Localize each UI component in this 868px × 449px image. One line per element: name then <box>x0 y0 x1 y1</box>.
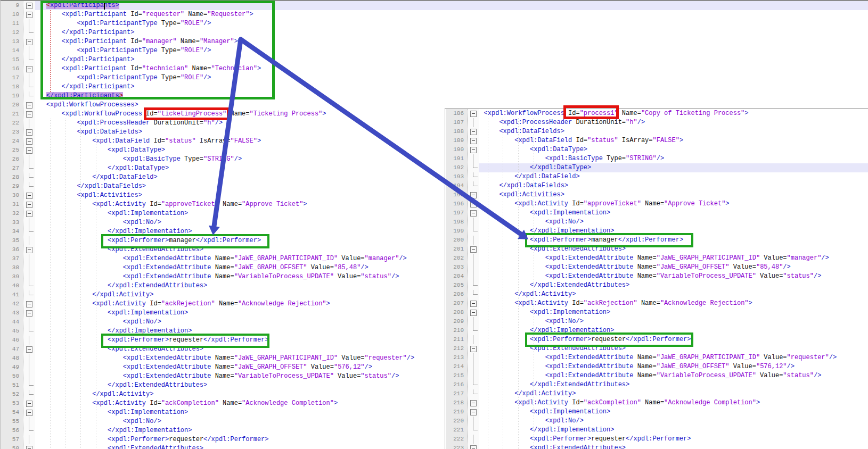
line-number[interactable]: 11 <box>0 19 19 28</box>
line-number[interactable]: 220 <box>446 417 464 426</box>
code-line[interactable]: </xpdl:ExtendedAttributes> <box>453 281 629 290</box>
line-number[interactable]: 28 <box>0 173 19 182</box>
line-number[interactable]: 54 <box>0 408 19 417</box>
code-line[interactable]: <xpdl:WorkflowProcesses> <box>31 101 138 110</box>
line-number[interactable]: 204 <box>446 272 464 281</box>
line-number[interactable]: 214 <box>446 362 464 371</box>
line-number[interactable]: 30 <box>0 191 19 200</box>
line-number[interactable]: 210 <box>446 326 464 335</box>
code-line[interactable]: <xpdl:Activity Id="ackCompletion" Name="… <box>31 399 338 408</box>
line-number[interactable]: 198 <box>446 218 464 227</box>
code-line[interactable]: </xpdl:DataField> <box>31 173 158 182</box>
line-number[interactable]: 55 <box>0 417 19 426</box>
line-number[interactable]: 212 <box>446 344 464 353</box>
line-number[interactable]: 24 <box>0 137 19 146</box>
line-number[interactable]: 219 <box>446 408 464 417</box>
line-number[interactable]: 215 <box>446 371 464 380</box>
code-line[interactable]: <xpdl:ExtendedAttribute Name="VariableTo… <box>31 372 399 381</box>
line-number[interactable]: 31 <box>0 200 19 209</box>
line-number[interactable]: 34 <box>0 227 19 236</box>
code-line[interactable]: <xpdl:Activity Id="approveTicket" Name="… <box>31 200 307 209</box>
line-number[interactable]: 42 <box>0 300 19 309</box>
line-number[interactable]: 15 <box>0 55 19 64</box>
line-number[interactable]: 190 <box>446 145 464 154</box>
line-number[interactable]: 47 <box>0 345 19 354</box>
code-line[interactable]: <xpdl:Activity Id="approveTicket" Name="… <box>453 199 730 209</box>
line-number[interactable]: 57 <box>0 435 19 444</box>
code-line[interactable]: <xpdl:ExtendedAttribute Name="JaWE_GRAPH… <box>453 362 795 371</box>
line-number[interactable]: 223 <box>446 444 464 449</box>
line-number[interactable]: 201 <box>446 245 464 254</box>
line-number[interactable]: 20 <box>0 101 19 110</box>
line-number[interactable]: 216 <box>446 380 464 389</box>
line-number[interactable]: 188 <box>446 127 464 136</box>
line-number[interactable]: 19 <box>0 92 19 101</box>
line-number[interactable]: 37 <box>0 254 19 263</box>
code-line[interactable]: </xpdl:Activity> <box>31 290 153 300</box>
line-number[interactable]: 23 <box>0 128 19 137</box>
line-number[interactable]: 45 <box>0 327 19 336</box>
code-line[interactable]: <xpdl:ExtendedAttribute Name="VariableTo… <box>31 272 399 281</box>
code-line[interactable]: <xpdl:ExtendedAttribute Name="JaWE_GRAPH… <box>31 263 369 272</box>
line-number[interactable]: 22 <box>0 119 19 128</box>
line-number[interactable]: 40 <box>0 281 19 290</box>
line-number[interactable]: 44 <box>0 318 19 327</box>
code-line[interactable]: <xpdl:ExtendedAttribute Name="JaWE_GRAPH… <box>31 254 407 263</box>
line-number[interactable]: 18 <box>0 82 19 92</box>
line-number[interactable]: 209 <box>446 317 464 326</box>
code-line[interactable]: <xpdl:Implementation> <box>31 408 188 417</box>
code-line[interactable]: <xpdl:DataFields> <box>31 128 142 137</box>
line-number[interactable]: 52 <box>0 390 19 399</box>
code-line[interactable]: <xpdl:DataField Id="status" IsArray="FAL… <box>31 137 261 146</box>
line-number[interactable]: 27 <box>0 164 19 173</box>
code-line[interactable]: <xpdl:ExtendedAttribute Name="JaWE_GRAPH… <box>31 354 414 363</box>
code-line[interactable]: <xpdl:ExtendedAttribute Name="VariableTo… <box>453 371 821 380</box>
line-number[interactable]: 195 <box>446 190 464 199</box>
line-number[interactable]: 25 <box>0 146 19 155</box>
line-number[interactable]: 200 <box>446 236 464 245</box>
line-number[interactable]: 207 <box>446 299 464 308</box>
line-number[interactable]: 36 <box>0 245 19 254</box>
line-number[interactable]: 21 <box>0 110 19 119</box>
line-number[interactable]: 202 <box>446 254 464 263</box>
line-number[interactable]: 194 <box>446 181 464 190</box>
code-line[interactable]: <xpdl:DataType> <box>31 146 165 155</box>
line-number[interactable]: 58 <box>0 444 19 449</box>
line-number[interactable]: 221 <box>446 426 464 435</box>
code-line[interactable]: <xpdl:No/> <box>31 318 161 327</box>
line-number[interactable]: 206 <box>446 290 464 299</box>
line-number[interactable]: 218 <box>446 398 464 408</box>
line-number[interactable]: 35 <box>0 236 19 245</box>
line-number[interactable]: 199 <box>446 227 464 236</box>
code-line[interactable]: <xpdl:Activity Id="ackRejection" Name="A… <box>453 299 752 308</box>
code-line[interactable]: <xpdl:Activity Id="ackRejection" Name="A… <box>31 300 330 309</box>
line-number[interactable]: 193 <box>446 172 464 181</box>
line-number[interactable]: 203 <box>446 263 464 272</box>
line-number[interactable]: 197 <box>446 209 464 218</box>
line-number[interactable]: 43 <box>0 309 19 318</box>
line-number[interactable]: 16 <box>0 64 19 73</box>
line-number[interactable]: 10 <box>0 10 19 19</box>
code-line[interactable]: </xpdl:DataType> <box>31 164 169 173</box>
code-line[interactable]: <xpdl:ExtendedAttribute Name="JaWE_GRAPH… <box>453 353 837 362</box>
line-number[interactable]: 48 <box>0 354 19 363</box>
line-number[interactable]: 189 <box>446 136 464 145</box>
line-number[interactable]: 33 <box>0 218 19 227</box>
code-line[interactable]: </xpdl:Implementation> <box>31 426 192 435</box>
line-number[interactable]: 39 <box>0 272 19 281</box>
line-number[interactable]: 17 <box>0 73 19 82</box>
line-number[interactable]: 32 <box>0 209 19 218</box>
code-line[interactable]: </xpdl:ExtendedAttributes> <box>31 281 207 290</box>
code-line[interactable]: <xpdl:BasicType Type="STRING"/> <box>31 155 242 164</box>
line-number[interactable]: 56 <box>0 426 19 435</box>
line-number[interactable]: 38 <box>0 263 19 272</box>
code-line[interactable]: <xpdl:ExtendedAttribute Name="JaWE_GRAPH… <box>31 363 372 372</box>
code-line[interactable]: <xpdl:DataField Id="status" IsArray="FAL… <box>453 136 683 145</box>
line-number[interactable]: 9 <box>0 1 19 10</box>
code-line[interactable]: <xpdl:Performer>requester</xpdl:Performe… <box>31 435 269 444</box>
code-line[interactable]: </xpdl:Activity> <box>31 390 153 399</box>
line-number[interactable]: 222 <box>446 435 464 444</box>
code-line[interactable]: <xpdl:No/> <box>31 417 161 426</box>
line-number[interactable]: 49 <box>0 363 19 372</box>
code-line[interactable]: <xpdl:ExtendedAttributes> <box>453 444 626 449</box>
